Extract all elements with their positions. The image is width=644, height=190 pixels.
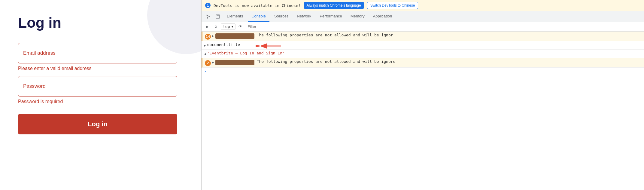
console-cursor: › [204,69,206,74]
expand-left-icon[interactable]: ◀ [204,52,206,56]
info-icon: i [205,3,211,8]
svg-marker-2 [256,45,262,47]
console-row-2: 2 ▶ The following properties are not all… [202,58,644,68]
match-language-button[interactable]: Always match Chrome's language [304,2,364,9]
login-button[interactable]: Log in [18,114,177,134]
cursor-icon[interactable] [204,12,212,21]
console-row: 14 ▶ The following properties are not al… [202,32,644,41]
console-string-value: 'Eventbrite – Log In and Sign In' [207,51,642,55]
expand-arrow-icon-2[interactable]: ▶ [212,60,214,64]
svg-rect-1 [217,15,219,16]
context-label: top [223,24,230,29]
expand-icon-2[interactable]: ▶ [204,44,206,48]
expand-arrow-icon[interactable]: ▶ [212,34,214,38]
console-row-document-title: ▶ document.title [202,41,644,50]
tab-application[interactable]: Application [369,11,396,22]
source-label-1 [215,33,254,39]
switch-chinese-button[interactable]: Switch DevTools to Chinese [367,2,418,9]
email-input[interactable] [18,43,177,63]
password-input[interactable] [18,76,177,97]
tab-elements[interactable]: Elements [223,11,247,22]
tab-network[interactable]: Network [293,11,315,22]
devtools-console: 14 ▶ The following properties are not al… [202,32,644,190]
filter-input[interactable] [245,24,642,29]
devtools-toolbar: ▶ ⊘ top ▾ 👁 [202,22,644,32]
red-arrow-annotation [256,42,283,50]
run-icon[interactable]: ▶ [204,23,211,30]
warning-badge-14: 14 [205,34,211,40]
login-panel: Log in Sign up Please enter a valid emai… [0,0,201,190]
password-error-message: Password is required [18,99,183,104]
email-form-group: Please enter a valid email address [18,43,183,71]
email-error-message: Please enter a valid email address [18,66,183,71]
console-message-1: The following properties are not allowed… [257,33,642,37]
devtools-infobar: i DevTools is now available in Chinese! … [202,0,644,11]
infobar-message: DevTools is now available in Chinese! [214,3,301,8]
console-row-string: ◀ 'Eventbrite – Log In and Sign In' [202,50,644,58]
console-message-2: The following properties are not allowed… [257,59,642,64]
console-cursor-row: › [202,68,644,75]
context-dropdown[interactable]: top ▾ [221,23,235,30]
devtools-panel: i DevTools is now available in Chinese! … [201,0,644,190]
tab-memory[interactable]: Memory [347,11,368,22]
devtools-tabs: Elements Console Sources Network Perform… [202,11,644,22]
stop-icon[interactable]: ⊘ [212,23,220,30]
element-picker-icon[interactable] [214,12,222,21]
dropdown-arrow-icon: ▾ [231,24,233,29]
password-form-group: Password is required [18,76,183,104]
source-label-2 [215,60,254,65]
tab-performance[interactable]: Performance [316,11,345,22]
tab-console[interactable]: Console [248,11,269,22]
page-title: Log in [18,15,61,31]
eye-icon[interactable]: 👁 [237,23,244,30]
tab-sources[interactable]: Sources [271,11,292,22]
svg-rect-0 [216,15,220,18]
login-header: Log in Sign up [18,15,183,31]
warning-badge-2: 2 [205,60,211,66]
signup-link[interactable]: Sign up [165,15,183,24]
